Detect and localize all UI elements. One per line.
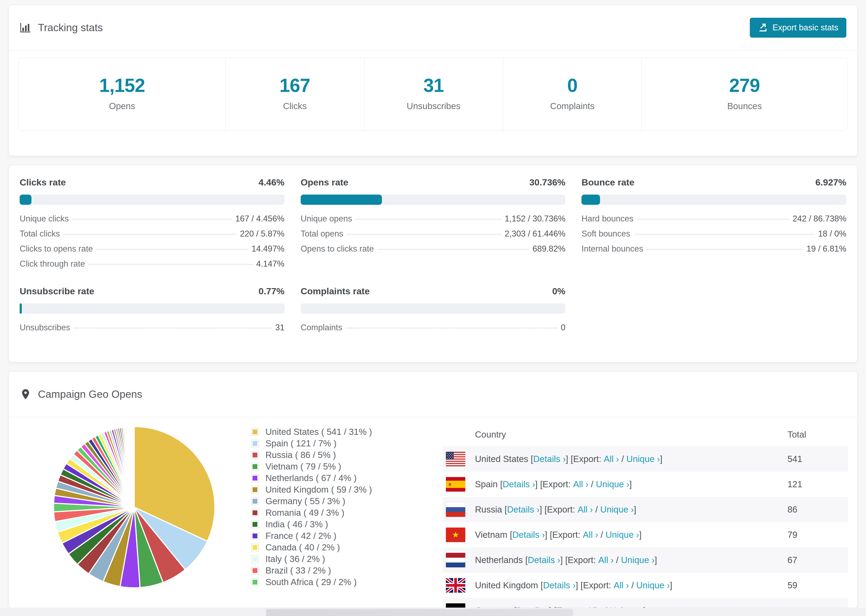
row-label: Unique opens <box>301 214 356 224</box>
export-unique-link[interactable]: Unique › <box>610 605 643 608</box>
rate-block-bounce: Bounce rate 6.927% Hard bounces242 / 86.… <box>581 177 846 274</box>
export-unique-link[interactable]: Unique › <box>636 580 670 591</box>
legend-item[interactable]: United Kingdom ( 59 / 3% ) <box>250 484 372 495</box>
country-name: United States <box>475 454 528 464</box>
tracking-card-title: Tracking stats <box>20 22 103 34</box>
stat-box-complaints: 0 Complaints <box>503 58 642 130</box>
legend-swatch <box>252 486 258 493</box>
export-unique-link[interactable]: Unique › <box>596 479 629 489</box>
export-all-link[interactable]: All › <box>598 555 614 565</box>
legend-item[interactable]: Canada ( 40 / 2% ) <box>250 542 372 553</box>
legend-swatch <box>252 544 258 551</box>
dotted-leader <box>647 249 803 250</box>
row-value: 18 / 0% <box>818 229 846 239</box>
row-value: 4.147% <box>256 259 285 269</box>
legend-item[interactable]: France ( 42 / 2% ) <box>250 530 372 542</box>
row-value: 19 / 6.81% <box>806 244 846 254</box>
row-label: Soft bounces <box>581 229 634 239</box>
export-unique-link[interactable]: Unique › <box>605 530 639 540</box>
legend-item[interactable]: South Africa ( 29 / 2% ) <box>250 576 372 588</box>
export-icon <box>758 23 768 33</box>
row-value: 689.82% <box>532 244 565 254</box>
stat-label: Clicks <box>283 101 307 111</box>
stat-row: Complaints0 <box>301 323 565 338</box>
export-button-label: Export basic stats <box>772 23 838 33</box>
rate-title: Opens rate <box>301 177 348 188</box>
legend-item[interactable]: Vietnam ( 79 / 5% ) <box>250 460 372 472</box>
export-all-link[interactable]: All › <box>578 504 593 515</box>
export-unique-link[interactable]: Unique › <box>621 555 655 565</box>
page-title: Tracking stats <box>38 22 103 34</box>
export-basic-stats-button[interactable]: Export basic stats <box>750 18 846 38</box>
row-label: Clicks to opens rate <box>20 244 96 254</box>
stats-grid: 1,152 Opens 167 Clicks 31 Unsubscribes 0… <box>19 58 847 131</box>
details-link[interactable]: Details › <box>503 479 535 489</box>
country-name: Germany <box>475 605 512 608</box>
row-value: 0 <box>561 323 565 332</box>
legend-swatch <box>252 451 258 459</box>
legend-label: Vietnam ( 79 / 5% ) <box>265 462 341 472</box>
export-all-link[interactable]: All › <box>614 580 629 591</box>
legend-label: Netherlands ( 67 / 4% ) <box>265 473 357 483</box>
progress-bar <box>301 303 565 314</box>
geo-pie-chart[interactable] <box>51 424 217 590</box>
table-row-united-states: United States [Details ›] [Export: All ›… <box>443 446 848 472</box>
legend-item[interactable]: Brazil ( 33 / 2% ) <box>250 565 372 576</box>
row-value: 31 <box>275 323 284 332</box>
export-all-link[interactable]: All › <box>583 530 598 540</box>
legend-item[interactable]: India ( 46 / 3% ) <box>250 519 372 530</box>
legend-item[interactable]: Italy ( 36 / 2% ) <box>250 553 372 565</box>
dotted-leader <box>637 219 789 220</box>
progress-fill <box>20 303 22 314</box>
details-link[interactable]: Details › <box>507 504 540 515</box>
legend-item[interactable]: Russia ( 86 / 5% ) <box>250 449 372 460</box>
legend-label: Romania ( 49 / 3% ) <box>265 508 344 518</box>
country-header: Country <box>443 429 787 440</box>
legend-swatch <box>252 556 258 563</box>
geo-card-header: Campaign Geo Opens <box>9 372 857 417</box>
export-unique-link[interactable]: Unique › <box>627 454 660 464</box>
stat-label: Unsubscribes <box>407 101 460 111</box>
country-name: United Kingdom <box>475 580 538 591</box>
legend-swatch <box>252 498 258 505</box>
legend-item[interactable]: Germany ( 55 / 3% ) <box>250 495 372 507</box>
geo-title: Campaign Geo Opens <box>38 388 142 400</box>
progress-fill <box>581 195 600 205</box>
stat-row: Unique clicks167 / 4.456% <box>20 214 285 229</box>
export-unique-link[interactable]: Unique › <box>600 504 634 515</box>
progress-bar <box>20 195 285 205</box>
details-link[interactable]: Details › <box>516 605 549 608</box>
details-link[interactable]: Details › <box>543 580 576 591</box>
stat-label: Complaints <box>550 101 594 111</box>
flag-de-icon <box>446 603 465 608</box>
legend-item[interactable]: United States ( 541 / 31% ) <box>250 426 372 438</box>
stat-row: Unsubscribes31 <box>20 323 285 338</box>
export-all-link[interactable]: All › <box>604 454 619 464</box>
stat-box-opens: 1,152 Opens <box>19 58 226 130</box>
stat-row: Hard bounces242 / 86.738% <box>581 214 846 229</box>
legend-label: Spain ( 121 / 7% ) <box>265 438 337 449</box>
horizontal-scrollbar-thumb[interactable] <box>266 609 573 616</box>
dotted-leader <box>356 219 501 220</box>
export-all-link[interactable]: All › <box>573 479 589 489</box>
legend-label: United States ( 541 / 31% ) <box>265 427 372 437</box>
legend-item[interactable]: Romania ( 49 / 3% ) <box>250 507 372 519</box>
details-link[interactable]: Details › <box>512 530 545 540</box>
export-all-link[interactable]: All › <box>587 605 602 608</box>
geo-card-title: Campaign Geo Opens <box>20 388 142 400</box>
bar-chart-icon <box>20 22 31 34</box>
legend-item[interactable]: Netherlands ( 67 / 4% ) <box>250 472 372 484</box>
flag-nl-icon <box>446 553 465 567</box>
legend-label: India ( 46 / 3% ) <box>265 519 328 530</box>
legend-item[interactable]: Spain ( 121 / 7% ) <box>250 438 372 449</box>
flag-ru-icon <box>446 502 465 517</box>
tracking-stats-card: Tracking stats Export basic stats 1,152 … <box>9 5 857 156</box>
details-link[interactable]: Details › <box>527 555 560 565</box>
legend-label: Russia ( 86 / 5% ) <box>265 450 336 460</box>
details-link[interactable]: Details › <box>533 454 565 464</box>
dotted-leader <box>378 249 529 250</box>
pie-slice[interactable] <box>134 426 134 507</box>
table-row-russia: Russia [Details ›] [Export: All › / Uniq… <box>443 497 848 522</box>
flag-us-icon <box>446 452 465 466</box>
rate-title: Bounce rate <box>581 177 635 188</box>
